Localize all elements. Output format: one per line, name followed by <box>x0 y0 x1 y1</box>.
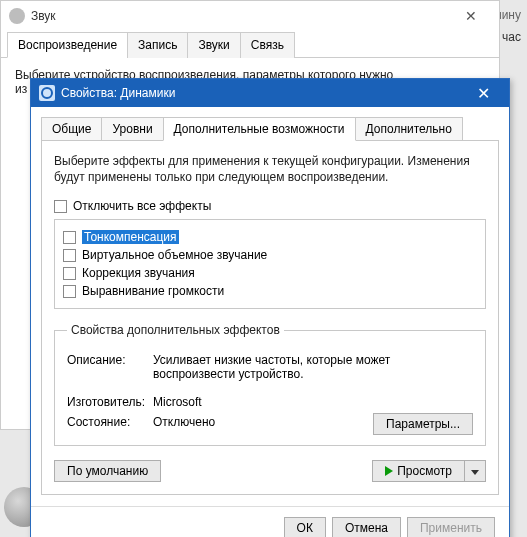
properties-dialog: Свойства: Динамики ✕ Общие Уровни Дополн… <box>30 78 510 537</box>
effect-label: Выравнивание громкости <box>82 284 224 298</box>
preview-button[interactable]: Просмотр <box>372 460 464 482</box>
tab-communication[interactable]: Связь <box>240 32 295 58</box>
manufacturer-label: Изготовитель: <box>67 395 153 409</box>
properties-tabs: Общие Уровни Дополнительные возможности … <box>31 107 509 141</box>
effects-list: Тонкомпенсация Виртуальное объемное звуч… <box>54 219 486 309</box>
tab-playback[interactable]: Воспроизведение <box>7 32 128 58</box>
effect-checkbox[interactable] <box>63 267 76 280</box>
close-icon[interactable]: ✕ <box>465 84 501 103</box>
restore-defaults-button[interactable]: По умолчанию <box>54 460 161 482</box>
tab-enhancements[interactable]: Дополнительные возможности <box>163 117 356 141</box>
list-item[interactable]: Тонкомпенсация <box>63 228 477 246</box>
settings-button[interactable]: Параметры... <box>373 413 473 435</box>
tab-levels[interactable]: Уровни <box>101 117 163 141</box>
effect-label: Коррекция звучания <box>82 266 195 280</box>
effect-checkbox[interactable] <box>63 285 76 298</box>
effect-label: Тонкомпенсация <box>82 230 179 244</box>
dialog-buttons: ОК Отмена Применить <box>31 506 509 537</box>
sound-icon <box>9 8 25 24</box>
state-value: Отключено <box>153 415 215 429</box>
description-label: Описание: <box>67 353 153 367</box>
effect-checkbox[interactable] <box>63 231 76 244</box>
list-item[interactable]: Виртуальное объемное звучание <box>63 246 477 264</box>
effect-label: Виртуальное объемное звучание <box>82 248 267 262</box>
tab-general[interactable]: Общие <box>41 117 102 141</box>
disable-all-label: Отключить все эффекты <box>73 199 211 213</box>
list-item[interactable]: Коррекция звучания <box>63 264 477 282</box>
sound-title: Звук <box>31 9 451 23</box>
tab-advanced[interactable]: Дополнительно <box>355 117 463 141</box>
description-value: Усиливает низкие частоты, которые может … <box>153 353 453 381</box>
ok-button[interactable]: ОК <box>284 517 326 537</box>
speaker-icon <box>39 85 55 101</box>
disable-all-checkbox[interactable] <box>54 200 67 213</box>
properties-titlebar: Свойства: Динамики ✕ <box>31 79 509 107</box>
list-item[interactable]: Выравнивание громкости <box>63 282 477 300</box>
tab-content: Выберите эффекты для применения к текуще… <box>41 140 499 495</box>
properties-title: Свойства: Динамики <box>61 86 465 100</box>
sound-titlebar: Звук ✕ <box>1 1 499 31</box>
cancel-button[interactable]: Отмена <box>332 517 401 537</box>
instructions-text: Выберите эффекты для применения к текуще… <box>54 153 486 185</box>
tab-sounds[interactable]: Звуки <box>187 32 240 58</box>
sound-close-icon[interactable]: ✕ <box>451 8 491 24</box>
disable-all-row: Отключить все эффекты <box>54 199 486 213</box>
chevron-down-icon <box>471 470 479 475</box>
group-title: Свойства дополнительных эффектов <box>67 323 284 337</box>
sound-tabs: Воспроизведение Запись Звуки Связь <box>1 31 499 58</box>
effect-properties-group: Свойства дополнительных эффектов Описани… <box>54 323 486 446</box>
effect-checkbox[interactable] <box>63 249 76 262</box>
tab-recording[interactable]: Запись <box>127 32 188 58</box>
apply-button: Применить <box>407 517 495 537</box>
manufacturer-value: Microsoft <box>153 395 202 409</box>
preview-dropdown-button[interactable] <box>464 460 486 482</box>
state-label: Состояние: <box>67 415 153 429</box>
play-icon <box>385 466 393 476</box>
preview-label: Просмотр <box>397 464 452 478</box>
